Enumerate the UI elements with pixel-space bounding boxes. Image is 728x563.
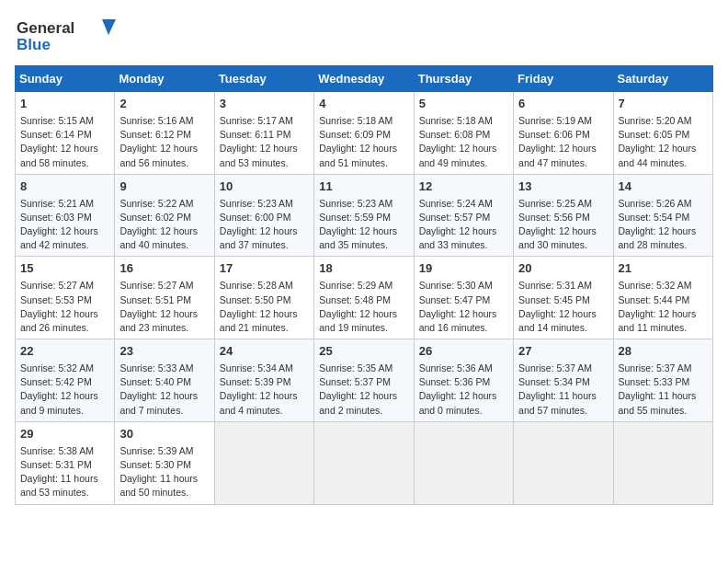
daylight-minutes: and 53 minutes. <box>220 157 289 168</box>
calendar-cell: 23Sunrise: 5:33 AMSunset: 5:40 PMDayligh… <box>115 339 214 422</box>
daylight-label: Daylight: 12 hours <box>20 143 98 154</box>
sunrise-text: Sunrise: 5:17 AM <box>220 115 293 126</box>
calendar-cell: 27Sunrise: 5:37 AMSunset: 5:34 PMDayligh… <box>514 339 613 422</box>
sunset-text: Sunset: 5:31 PM <box>20 459 92 470</box>
day-number: 26 <box>419 343 508 361</box>
sunset-text: Sunset: 6:09 PM <box>319 129 391 140</box>
calendar-cell <box>314 421 414 504</box>
sunset-text: Sunset: 5:34 PM <box>518 376 590 387</box>
sunrise-text: Sunrise: 5:27 AM <box>119 280 193 291</box>
sunset-text: Sunset: 6:06 PM <box>518 129 590 140</box>
daylight-label: Daylight: 12 hours <box>319 308 397 319</box>
daylight-label: Daylight: 11 hours <box>119 473 198 484</box>
day-number: 14 <box>619 178 708 196</box>
daylight-label: Daylight: 11 hours <box>619 390 697 401</box>
daylight-label: Daylight: 11 hours <box>518 390 597 401</box>
calendar-table: SundayMondayTuesdayWednesdayThursdayFrid… <box>15 65 713 505</box>
sunset-text: Sunset: 5:36 PM <box>419 376 491 387</box>
day-number: 8 <box>20 178 109 196</box>
dow-header: Monday <box>115 66 214 92</box>
daylight-label: Daylight: 12 hours <box>119 225 198 236</box>
calendar-week-row: 15Sunrise: 5:27 AMSunset: 5:53 PMDayligh… <box>16 257 713 339</box>
sunrise-text: Sunrise: 5:16 AM <box>119 115 193 126</box>
daylight-minutes: and 9 minutes. <box>20 405 84 416</box>
daylight-label: Daylight: 12 hours <box>119 308 198 319</box>
calendar-cell: 12Sunrise: 5:24 AMSunset: 5:57 PMDayligh… <box>414 174 513 257</box>
calendar-week-row: 8Sunrise: 5:21 AMSunset: 6:03 PMDaylight… <box>16 174 713 257</box>
daylight-minutes: and 33 minutes. <box>419 239 488 250</box>
day-number: 12 <box>419 178 508 196</box>
day-number: 2 <box>119 96 209 113</box>
calendar-week-row: 22Sunrise: 5:32 AMSunset: 5:42 PMDayligh… <box>16 339 713 422</box>
dow-header: Sunday <box>16 66 115 92</box>
daylight-minutes: and 40 minutes. <box>119 239 188 250</box>
sunrise-text: Sunrise: 5:32 AM <box>619 280 692 291</box>
sunset-text: Sunset: 5:56 PM <box>518 212 590 223</box>
calendar-cell: 20Sunrise: 5:31 AMSunset: 5:45 PMDayligh… <box>514 257 613 339</box>
sunset-text: Sunset: 6:08 PM <box>419 129 491 140</box>
calendar-cell: 18Sunrise: 5:29 AMSunset: 5:48 PMDayligh… <box>314 257 414 339</box>
calendar-cell: 19Sunrise: 5:30 AMSunset: 5:47 PMDayligh… <box>414 257 513 339</box>
calendar-cell: 28Sunrise: 5:37 AMSunset: 5:33 PMDayligh… <box>613 339 712 422</box>
day-number: 1 <box>20 96 109 113</box>
daylight-label: Daylight: 12 hours <box>220 308 298 319</box>
sunset-text: Sunset: 5:40 PM <box>119 376 191 387</box>
day-number: 21 <box>619 260 708 278</box>
daylight-minutes: and 55 minutes. <box>619 405 688 416</box>
day-of-week-row: SundayMondayTuesdayWednesdayThursdayFrid… <box>16 66 713 92</box>
daylight-label: Daylight: 12 hours <box>419 308 497 319</box>
sunrise-text: Sunrise: 5:34 AM <box>220 362 293 373</box>
calendar-cell: 6Sunrise: 5:19 AMSunset: 6:06 PMDaylight… <box>514 92 613 175</box>
calendar-cell: 4Sunrise: 5:18 AMSunset: 6:09 PMDaylight… <box>314 92 414 175</box>
svg-text:Blue: Blue <box>17 36 51 53</box>
sunset-text: Sunset: 5:44 PM <box>619 294 690 305</box>
day-number: 25 <box>319 343 408 361</box>
day-number: 20 <box>518 260 608 278</box>
sunset-text: Sunset: 6:11 PM <box>220 129 291 140</box>
sunset-text: Sunset: 6:05 PM <box>619 129 690 140</box>
sunrise-text: Sunrise: 5:23 AM <box>319 198 392 209</box>
day-number: 9 <box>119 178 209 196</box>
calendar-cell: 15Sunrise: 5:27 AMSunset: 5:53 PMDayligh… <box>16 257 115 339</box>
dow-header: Friday <box>514 66 613 92</box>
daylight-minutes: and 23 minutes. <box>119 322 188 333</box>
day-number: 16 <box>119 260 209 278</box>
daylight-minutes: and 56 minutes. <box>119 157 188 168</box>
daylight-minutes: and 2 minutes. <box>319 405 382 416</box>
day-number: 10 <box>220 178 309 196</box>
calendar-cell: 13Sunrise: 5:25 AMSunset: 5:56 PMDayligh… <box>514 174 613 257</box>
daylight-label: Daylight: 12 hours <box>419 143 497 154</box>
day-number: 11 <box>319 178 408 196</box>
calendar-cell: 17Sunrise: 5:28 AMSunset: 5:50 PMDayligh… <box>214 257 313 339</box>
sunset-text: Sunset: 5:59 PM <box>319 212 391 223</box>
sunrise-text: Sunrise: 5:23 AM <box>220 198 293 209</box>
sunrise-text: Sunrise: 5:39 AM <box>119 445 193 456</box>
sunset-text: Sunset: 6:00 PM <box>220 212 291 223</box>
daylight-label: Daylight: 12 hours <box>518 143 597 154</box>
daylight-minutes: and 47 minutes. <box>518 157 587 168</box>
sunrise-text: Sunrise: 5:25 AM <box>518 198 592 209</box>
sunset-text: Sunset: 5:33 PM <box>619 376 690 387</box>
daylight-minutes: and 0 minutes. <box>419 405 483 416</box>
calendar-cell: 24Sunrise: 5:34 AMSunset: 5:39 PMDayligh… <box>214 339 313 422</box>
sunset-text: Sunset: 5:45 PM <box>518 294 590 305</box>
sunrise-text: Sunrise: 5:35 AM <box>319 362 392 373</box>
daylight-label: Daylight: 12 hours <box>220 225 298 236</box>
sunrise-text: Sunrise: 5:18 AM <box>419 115 493 126</box>
sunset-text: Sunset: 5:48 PM <box>319 294 391 305</box>
dow-header: Tuesday <box>214 66 313 92</box>
sunrise-text: Sunrise: 5:19 AM <box>518 115 592 126</box>
calendar-cell: 30Sunrise: 5:39 AMSunset: 5:30 PMDayligh… <box>115 421 214 504</box>
day-number: 24 <box>220 343 309 361</box>
sunset-text: Sunset: 6:02 PM <box>119 212 191 223</box>
daylight-label: Daylight: 11 hours <box>20 473 98 484</box>
sunset-text: Sunset: 6:14 PM <box>20 129 92 140</box>
sunrise-text: Sunrise: 5:26 AM <box>619 198 692 209</box>
calendar-cell: 1Sunrise: 5:15 AMSunset: 6:14 PMDaylight… <box>16 92 115 175</box>
calendar-cell: 9Sunrise: 5:22 AMSunset: 6:02 PMDaylight… <box>115 174 214 257</box>
daylight-label: Daylight: 12 hours <box>619 308 697 319</box>
calendar-cell: 10Sunrise: 5:23 AMSunset: 6:00 PMDayligh… <box>214 174 313 257</box>
calendar-cell <box>414 421 513 504</box>
daylight-minutes: and 28 minutes. <box>619 239 688 250</box>
daylight-minutes: and 37 minutes. <box>220 239 289 250</box>
